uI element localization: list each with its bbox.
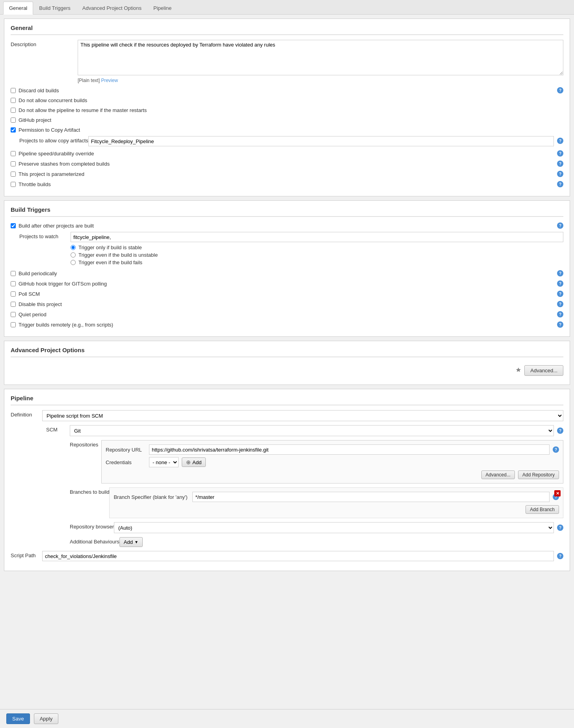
- help-icon-github-hook[interactable]: ?: [557, 280, 563, 287]
- github-hook-checkbox[interactable]: [11, 281, 16, 286]
- disable-project-checkbox[interactable]: [11, 302, 16, 307]
- definition-label: Definition: [11, 410, 42, 418]
- projects-copy-input[interactable]: Fitcycle_Redeploy_Pipeline: [88, 136, 554, 146]
- help-icon-script-path[interactable]: ?: [557, 553, 563, 559]
- cb-disable-project: Disable this project ?: [11, 300, 563, 308]
- projects-watch-input[interactable]: fitcycle_pipeline,: [71, 232, 563, 242]
- add-cred-label: Add: [192, 459, 201, 465]
- help-icon-param[interactable]: ?: [557, 171, 563, 177]
- cb-github-hook: GitHub hook trigger for GITScm polling ?: [11, 280, 563, 287]
- repositories-content: Repository URL https://github.com/ishriv…: [101, 440, 563, 483]
- branches-box: ✕ Branch Specifier (blank for 'any') */m…: [109, 487, 563, 518]
- add-behaviour-label: Add: [124, 539, 133, 545]
- add-repository-button[interactable]: Add Repository: [518, 470, 559, 479]
- radio-unstable-input[interactable]: [71, 252, 76, 258]
- build-after-label: Build after other projects are built: [19, 223, 94, 229]
- help-icon-build-after[interactable]: ?: [557, 222, 563, 229]
- scm-label: SCM: [46, 425, 70, 433]
- repo-browser-content: (Auto) ?: [114, 522, 563, 533]
- help-icon-repo-url[interactable]: ?: [553, 446, 559, 453]
- radio-unstable-label: Trigger even if the build is unstable: [78, 252, 158, 258]
- script-path-row: Script Path check_for_violations/Jenkins…: [11, 551, 563, 561]
- trigger-remotely-checkbox[interactable]: [11, 322, 16, 327]
- discard-old-builds-checkbox[interactable]: [11, 88, 16, 93]
- help-icon-remote[interactable]: ?: [557, 321, 563, 328]
- radio-stable-input[interactable]: [71, 245, 76, 250]
- github-project-checkbox[interactable]: [11, 118, 16, 123]
- pipeline-section-title: Pipeline: [11, 395, 563, 405]
- cb-poll-scm: Poll SCM ?: [11, 290, 563, 298]
- throttle-checkbox[interactable]: [11, 182, 16, 187]
- add-branch-button[interactable]: Add Branch: [526, 505, 559, 514]
- scm-select[interactable]: Git: [70, 425, 554, 436]
- preserve-stashes-checkbox[interactable]: [11, 161, 16, 166]
- repositories-label: Repositories: [70, 440, 101, 448]
- help-icon-quiet[interactable]: ?: [557, 311, 563, 317]
- branches-content: ✕ Branch Specifier (blank for 'any') */m…: [109, 487, 563, 518]
- help-icon-scm[interactable]: ?: [557, 427, 563, 434]
- tab-pipeline[interactable]: Pipeline: [147, 2, 177, 14]
- script-path-input[interactable]: check_for_violations/Jenkinsfile: [42, 551, 554, 561]
- disable-project-label: Disable this project: [19, 301, 62, 307]
- quiet-period-checkbox[interactable]: [11, 312, 16, 317]
- help-icon-stashes[interactable]: ?: [557, 161, 563, 167]
- repo-advanced-button[interactable]: Advanced...: [481, 470, 515, 479]
- poll-scm-checkbox[interactable]: [11, 291, 16, 297]
- additional-behaviours-row: Additional Behaviours Add ▼: [70, 537, 563, 547]
- definition-select[interactable]: Pipeline script from SCM: [42, 410, 563, 421]
- radio-stable-label: Trigger only if build is stable: [78, 245, 142, 250]
- repo-url-row: Repository URL https://github.com/ishriv…: [106, 444, 559, 455]
- preserve-stashes-label: Preserve stashes from completed builds: [19, 161, 110, 167]
- repositories-row: Repositories Repository URL https://gith…: [70, 440, 563, 483]
- build-after-checkbox[interactable]: [11, 223, 16, 228]
- permission-copy-label: Permission to Copy Artifact: [19, 127, 80, 133]
- repo-url-value-wrap: https://github.com/ishrivatsa/terraform-…: [149, 444, 559, 455]
- add-credentials-button[interactable]: ⊕ Add: [182, 457, 206, 467]
- branch-specifier-row: Branch Specifier (blank for 'any') */mas…: [114, 492, 559, 502]
- github-project-label: GitHub project: [19, 117, 51, 123]
- cb-no-concurrent: Do not allow concurrent builds: [11, 97, 563, 104]
- apply-button[interactable]: Apply: [34, 713, 59, 724]
- cb-quiet-period: Quiet period ?: [11, 310, 563, 318]
- radio-fails: Trigger even if the build fails: [71, 259, 563, 265]
- preview-link[interactable]: Preview: [101, 78, 118, 83]
- radio-fails-input[interactable]: [71, 260, 76, 265]
- credentials-controls: - none - ⊕ Add: [149, 457, 559, 467]
- no-concurrent-checkbox[interactable]: [11, 98, 16, 103]
- throttle-label: Throttle builds: [19, 181, 51, 187]
- help-icon-copy[interactable]: ?: [557, 138, 563, 144]
- credentials-row: Credentials - none - ⊕ Add: [106, 457, 559, 467]
- save-button[interactable]: Save: [6, 713, 30, 724]
- description-textarea[interactable]: This pipeline will check if the resource…: [78, 40, 563, 75]
- help-icon-periodic[interactable]: ?: [557, 270, 563, 276]
- scm-row: SCM Git ?: [46, 425, 563, 436]
- add-behaviour-button[interactable]: Add ▼: [119, 537, 143, 547]
- repo-browser-select[interactable]: (Auto): [114, 522, 554, 533]
- pipeline-speed-checkbox[interactable]: [11, 151, 16, 156]
- advanced-button[interactable]: Advanced...: [524, 365, 563, 376]
- build-periodically-checkbox[interactable]: [11, 271, 16, 276]
- repo-url-label: Repository URL: [106, 447, 149, 453]
- repo-url-input[interactable]: https://github.com/ishrivatsa/terraform-…: [149, 444, 550, 455]
- trigger-remotely-label: Trigger builds remotely (e.g., from scri…: [19, 322, 113, 328]
- remove-branch-button[interactable]: ✕: [554, 490, 561, 497]
- tab-general[interactable]: General: [3, 2, 33, 15]
- tab-advanced-project-options[interactable]: Advanced Project Options: [76, 2, 147, 14]
- permission-copy-checkbox[interactable]: [11, 127, 16, 133]
- no-resume-checkbox[interactable]: [11, 108, 16, 113]
- help-icon[interactable]: ?: [557, 87, 563, 93]
- help-icon-browser[interactable]: ?: [557, 525, 563, 531]
- branch-specifier-input[interactable]: */master: [192, 492, 550, 502]
- parameterized-checkbox[interactable]: [11, 172, 16, 177]
- tab-build-triggers[interactable]: Build Triggers: [33, 2, 76, 14]
- help-icon-disable[interactable]: ?: [557, 301, 563, 307]
- credentials-select[interactable]: - none -: [149, 457, 179, 467]
- script-path-label: Script Path: [11, 551, 42, 558]
- cb-discard-old-builds: Discard old builds ?: [11, 86, 563, 94]
- repo-browser-label: Repository browser: [70, 522, 114, 530]
- help-icon-throttle[interactable]: ?: [557, 181, 563, 187]
- repo-buttons-row: Advanced... Add Repository: [106, 470, 559, 479]
- add-branch-btn-row: Add Branch: [114, 505, 559, 514]
- help-icon-speed[interactable]: ?: [557, 150, 563, 157]
- help-icon-poll-scm[interactable]: ?: [557, 291, 563, 297]
